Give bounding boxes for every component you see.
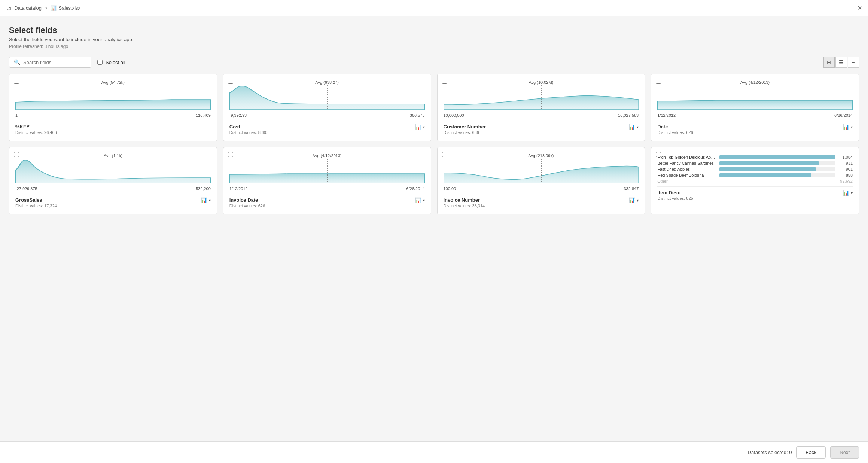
range-max: 110,409 xyxy=(196,113,211,118)
field-distinct: Distinct values: 17,324 xyxy=(15,204,57,208)
field-name: Date xyxy=(657,124,693,130)
chevron-down-icon[interactable]: ▾ xyxy=(637,125,639,129)
bar-row-2: Fast Dried Apples 901 xyxy=(657,167,853,171)
toolbar: 🔍 Select all ⊞ ☰ ⊟ xyxy=(9,57,859,68)
range-min: 1 xyxy=(15,113,18,118)
card-footer: %KEY Distinct values: 96,466 xyxy=(15,121,211,135)
field-info: Date Distinct values: 626 xyxy=(657,124,693,135)
chevron-down-icon[interactable]: ▾ xyxy=(423,125,425,129)
chart-avg-label: Avg (213.09k) xyxy=(528,153,554,158)
field-actions: 📊 ▾ xyxy=(201,197,211,203)
field-card-invoice_number[interactable]: Avg (213.09k) 100,001 332,847 xyxy=(437,147,645,214)
select-all-wrapper: Select all xyxy=(97,60,125,65)
chart-svg xyxy=(229,85,425,110)
chart-avg-label: Avg (4/12/2013) xyxy=(740,80,770,85)
field-card-customer_number[interactable]: Avg (10.02M) 10,000,000 10,027,583 xyxy=(437,74,645,141)
range-min: 1/12/2012 xyxy=(229,186,248,191)
chart-avg-label: Avg (1.1k) xyxy=(104,153,122,158)
close-button[interactable]: × xyxy=(858,4,862,12)
view-table-button[interactable]: ⊟ xyxy=(848,57,859,68)
field-name: Invoice Date xyxy=(229,197,265,203)
field-card-date[interactable]: Avg (4/12/2013) 1/12/2012 6/26/2014 xyxy=(651,74,859,141)
range-max: 10,027,583 xyxy=(618,113,639,118)
view-toggle: ⊞ ☰ ⊟ xyxy=(823,57,859,68)
card-footer: Date Distinct values: 626 📊 ▾ xyxy=(657,121,853,135)
select-all-checkbox[interactable] xyxy=(97,60,103,65)
field-card-gross_sales[interactable]: Avg (1.1k) -27,929.875 539,200 xyxy=(9,147,217,214)
field-card-cost[interactable]: Avg (638.27) -9,392.93 366,576 xyxy=(223,74,431,141)
field-name: GrossSales xyxy=(15,197,57,203)
chart-toggle-icon[interactable]: 📊 xyxy=(843,190,849,196)
chevron-down-icon[interactable]: ▾ xyxy=(423,198,425,202)
field-distinct: Distinct values: 38,314 xyxy=(444,204,485,208)
breadcrumb-data-catalog[interactable]: Data catalog xyxy=(14,5,42,11)
chart-range: 10,000,000 10,027,583 xyxy=(444,113,639,118)
card-footer: Invoice Number Distinct values: 38,314 📊… xyxy=(444,194,639,208)
page-refresh: Profile refreshed: 3 hours ago xyxy=(9,44,859,49)
field-distinct: Distinct values: 96,466 xyxy=(15,130,57,135)
range-min: 1/12/2012 xyxy=(657,113,676,118)
chart-toggle-icon[interactable]: 📊 xyxy=(415,197,421,203)
chart-svg xyxy=(229,159,425,183)
chevron-down-icon[interactable]: ▾ xyxy=(637,198,639,202)
view-list-button[interactable]: ☰ xyxy=(835,57,847,68)
chart-avg-label: Avg (4/12/2013) xyxy=(313,153,342,158)
chevron-down-icon[interactable]: ▾ xyxy=(851,125,853,129)
breadcrumb-file: 📊 Sales.xlsx xyxy=(51,5,81,11)
chart-range: 1/12/2012 6/26/2014 xyxy=(229,186,425,191)
breadcrumb: 🗂 Data catalog > 📊 Sales.xlsx xyxy=(6,5,80,11)
field-actions: 📊 ▾ xyxy=(415,124,425,130)
search-input[interactable] xyxy=(23,60,83,65)
select-all-label[interactable]: Select all xyxy=(106,60,125,65)
chart-toggle-icon[interactable]: 📊 xyxy=(201,197,207,203)
range-max: 6/26/2014 xyxy=(834,113,853,118)
field-card-key[interactable]: Avg (54.72k) 1 110,409 xyxy=(9,74,217,141)
view-grid-button[interactable]: ⊞ xyxy=(823,57,835,68)
chart-toggle-icon[interactable]: 📊 xyxy=(629,197,635,203)
field-distinct: Distinct values: 825 xyxy=(657,196,693,201)
field-info: Invoice Number Distinct values: 38,314 xyxy=(444,197,485,208)
range-max: 539,200 xyxy=(196,186,211,191)
chart-range: -9,392.93 366,576 xyxy=(229,113,425,118)
range-min: 100,001 xyxy=(444,186,459,191)
bar-row-0: High Top Golden Delcious Apples 1,084 xyxy=(657,155,853,159)
range-min: -27,929.875 xyxy=(15,186,37,191)
card-checkbox-item_desc[interactable] xyxy=(656,152,661,157)
card-footer: Invoice Date Distinct values: 626 📊 ▾ xyxy=(229,194,425,208)
top-bar: 🗂 Data catalog > 📊 Sales.xlsx × xyxy=(0,0,868,16)
chevron-down-icon[interactable]: ▾ xyxy=(851,191,853,195)
chart-svg xyxy=(15,85,211,110)
file-icon: 📊 xyxy=(51,5,57,11)
breadcrumb-separator: > xyxy=(45,5,48,11)
chart-toggle-icon[interactable]: 📊 xyxy=(415,124,421,130)
chart-toggle-icon[interactable]: 📊 xyxy=(843,124,849,130)
search-box[interactable]: 🔍 xyxy=(9,57,91,68)
field-distinct: Distinct values: 636 xyxy=(444,130,486,135)
chart-area: Avg (4/12/2013) xyxy=(657,80,853,110)
card-footer: Cost Distinct values: 8,693 📊 ▾ xyxy=(229,121,425,135)
field-card-item_desc[interactable]: High Top Golden Delcious Apples 1,084 Be… xyxy=(651,147,859,214)
field-name: Item Desc xyxy=(657,190,693,195)
main-content: Select fields Select the fields you want… xyxy=(0,16,868,214)
chart-area: Avg (10.02M) xyxy=(444,80,639,110)
chart-area: Avg (213.09k) xyxy=(444,153,639,183)
field-distinct: Distinct values: 626 xyxy=(229,204,265,208)
field-info: Customer Number Distinct values: 636 xyxy=(444,124,486,135)
field-name: Customer Number xyxy=(444,124,486,130)
chart-range: -27,929.875 539,200 xyxy=(15,186,211,191)
range-min: 10,000,000 xyxy=(444,113,464,118)
chart-svg xyxy=(15,159,211,183)
chart-area: Avg (1.1k) xyxy=(15,153,211,183)
chevron-down-icon[interactable]: ▾ xyxy=(209,198,211,202)
chart-toggle-icon[interactable]: 📊 xyxy=(629,124,635,130)
chart-avg-label: Avg (54.72k) xyxy=(101,80,125,85)
field-card-invoice_date[interactable]: Avg (4/12/2013) 1/12/2012 6/26/2014 xyxy=(223,147,431,214)
field-actions: 📊 ▾ xyxy=(843,124,853,130)
chart-area: Avg (54.72k) xyxy=(15,80,211,110)
chart-avg-label: Avg (638.27) xyxy=(315,80,339,85)
chart-range: 100,001 332,847 xyxy=(444,186,639,191)
field-info: Cost Distinct values: 8,693 xyxy=(229,124,269,135)
file-name: Sales.xlsx xyxy=(59,5,81,11)
chart-svg xyxy=(444,159,639,183)
field-name: Cost xyxy=(229,124,269,130)
